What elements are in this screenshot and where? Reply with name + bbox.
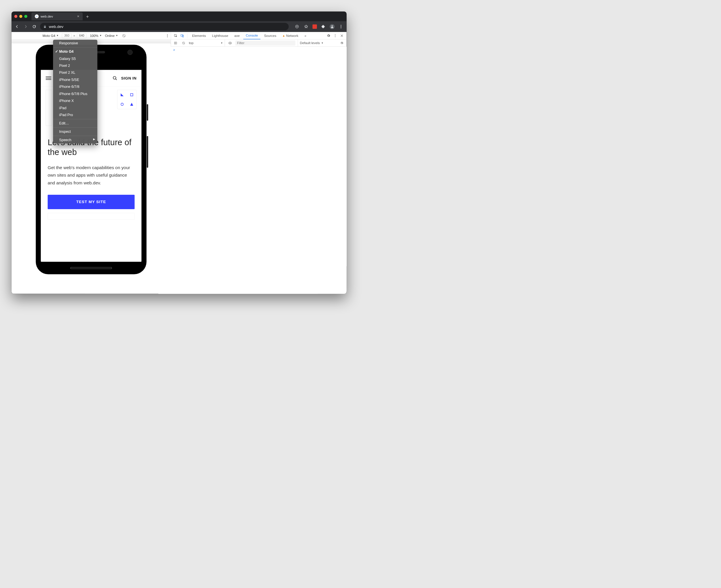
device-height-input[interactable]: 640 xyxy=(77,34,87,38)
tab-favicon xyxy=(35,15,39,18)
minimize-window-button[interactable] xyxy=(19,15,22,18)
hero-card-right xyxy=(117,90,136,109)
menu-item-pixel-2[interactable]: Pixel 2 xyxy=(53,62,98,69)
context-label: top xyxy=(189,41,194,45)
svg-point-10 xyxy=(167,37,167,37)
devtools-settings-button[interactable] xyxy=(326,33,332,38)
console-filter[interactable] xyxy=(235,41,295,45)
devtools-menu-button[interactable] xyxy=(333,33,338,38)
browser-tab[interactable]: web.dev × xyxy=(32,13,83,20)
menu-item-inspect[interactable]: Inspect xyxy=(53,128,98,135)
console-settings-button[interactable] xyxy=(339,40,345,46)
inspect-element-button[interactable] xyxy=(173,33,178,38)
svg-rect-12 xyxy=(131,93,133,96)
menu-item-iphone-678[interactable]: iPhone 6/7/8 xyxy=(53,83,98,90)
svg-point-11 xyxy=(113,76,116,79)
device-toolbar-menu[interactable] xyxy=(167,34,168,38)
tabs-overflow[interactable]: » xyxy=(302,32,309,39)
titlebar: web.dev × + xyxy=(12,12,347,21)
menu-item-ipad-pro[interactable]: iPad Pro xyxy=(53,111,98,119)
toggle-device-toolbar-button[interactable] xyxy=(179,33,185,38)
menu-item-iphone-678-plus[interactable]: iPhone 6/7/8 Plus xyxy=(53,90,98,97)
svg-point-18 xyxy=(335,36,335,36)
zoom-select[interactable]: 100% ▼ xyxy=(90,34,102,38)
svg-point-9 xyxy=(167,36,167,36)
menu-item-responsive[interactable]: Responsive xyxy=(53,40,98,47)
search-icon[interactable] xyxy=(113,76,117,80)
hero-body: Get the web's modern capabilities on you… xyxy=(47,164,134,186)
svg-point-13 xyxy=(121,103,123,105)
svg-point-4 xyxy=(341,25,341,26)
menu-item-iphone-5-se[interactable]: iPhone 5/SE xyxy=(53,76,98,83)
url-text: web.dev xyxy=(49,24,63,29)
close-window-button[interactable] xyxy=(15,15,18,18)
chevron-down-icon: ▼ xyxy=(321,42,324,44)
tab-console[interactable]: Console xyxy=(243,32,261,39)
console-prompt: > xyxy=(173,48,175,52)
secondary-card xyxy=(47,213,134,219)
svg-point-19 xyxy=(335,37,335,37)
profile-button[interactable] xyxy=(329,24,335,29)
content-area: Moto G4 ▼ 360 × 640 100% ▼ Online ▼ xyxy=(12,32,347,294)
devtools-pane: Elements Lighthouse axe Console Sources … xyxy=(171,32,347,294)
filter-input[interactable] xyxy=(235,41,295,45)
device-dropdown-menu: Responsive Moto G4 Galaxy S5 Pixel 2 Pix… xyxy=(53,40,98,144)
menu-item-speech[interactable]: Speech xyxy=(53,136,98,143)
forward-button xyxy=(23,24,28,29)
menu-item-moto-g4[interactable]: Moto G4 xyxy=(53,48,98,55)
back-button[interactable] xyxy=(15,24,20,29)
bookmark-button[interactable] xyxy=(303,24,309,29)
tab-title: web.dev xyxy=(41,15,53,18)
warning-icon: ▲ xyxy=(282,34,285,37)
chevron-down-icon: ▼ xyxy=(116,34,118,37)
menu-item-pixel-2-xl[interactable]: Pixel 2 XL xyxy=(53,69,98,76)
new-tab-button[interactable]: + xyxy=(86,14,89,19)
hero-section: Let's build the future of the web Get th… xyxy=(41,129,141,228)
browser-menu-button[interactable] xyxy=(338,24,344,29)
log-levels-select[interactable]: Default levels ▼ xyxy=(298,40,337,46)
window-controls xyxy=(15,15,27,18)
extension-icon[interactable] xyxy=(313,24,317,29)
maximize-window-button[interactable] xyxy=(24,15,27,18)
device-width-input[interactable]: 360 xyxy=(62,34,72,38)
tab-elements[interactable]: Elements xyxy=(189,32,208,39)
menu-icon[interactable] xyxy=(46,76,51,80)
toolbar-actions xyxy=(294,24,344,29)
menu-item-edit[interactable]: Edit… xyxy=(53,120,98,127)
menu-item-galaxy-s5[interactable]: Galaxy S5 xyxy=(53,55,98,62)
execution-context-select[interactable]: top ▼ xyxy=(189,40,225,46)
console-body[interactable]: > xyxy=(171,47,346,294)
add-page-button[interactable] xyxy=(294,24,300,29)
clear-console-button[interactable] xyxy=(181,40,186,46)
svg-point-17 xyxy=(335,34,335,35)
menu-item-iphone-x[interactable]: iPhone X xyxy=(53,97,98,104)
svg-point-5 xyxy=(341,26,341,27)
browser-window: web.dev × + web.dev xyxy=(12,12,347,294)
console-toolbar: top ▼ Default levels ▼ xyxy=(171,40,346,47)
tab-axe[interactable]: axe xyxy=(232,32,242,39)
tab-network[interactable]: ▲ Network xyxy=(280,32,301,39)
throttling-select[interactable]: Online ▼ xyxy=(105,34,118,38)
hero-card-left xyxy=(46,90,52,126)
rotate-button[interactable] xyxy=(121,33,127,38)
tab-lighthouse[interactable]: Lighthouse xyxy=(209,32,231,39)
devtools-close-button[interactable] xyxy=(339,33,345,38)
test-my-site-button[interactable]: TEST MY SITE xyxy=(47,195,134,209)
address-bar[interactable]: web.dev xyxy=(40,23,289,30)
device-select[interactable]: Moto G4 ▼ xyxy=(43,34,59,38)
tab-sources[interactable]: Sources xyxy=(262,32,279,39)
chevron-down-icon: ▼ xyxy=(100,34,102,37)
svg-point-22 xyxy=(229,43,231,43)
reload-button[interactable] xyxy=(32,24,37,29)
levels-label: Default levels xyxy=(300,41,320,45)
live-expression-button[interactable] xyxy=(227,40,233,46)
tab-close-icon[interactable]: × xyxy=(77,14,79,18)
phone-home-bar xyxy=(71,267,112,269)
lock-icon xyxy=(43,25,46,28)
console-sidebar-toggle[interactable] xyxy=(173,40,178,46)
device-emulation-pane: Moto G4 ▼ 360 × 640 100% ▼ Online ▼ xyxy=(12,32,171,294)
menu-item-ipad[interactable]: iPad xyxy=(53,105,98,111)
sign-in-link[interactable]: SIGN IN xyxy=(121,76,136,80)
extensions-button[interactable] xyxy=(320,24,326,29)
device-select-label: Moto G4 xyxy=(43,34,55,38)
